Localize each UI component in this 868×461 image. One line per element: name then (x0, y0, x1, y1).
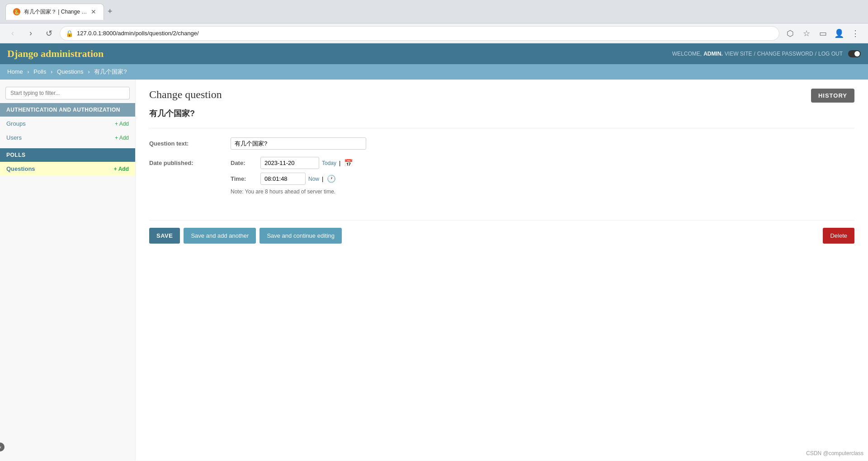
date-published-label: Date published: (149, 157, 231, 166)
date-published-field: Date: Today | 📅 Time: Now | 🕐 Note: You … (231, 157, 854, 195)
sidebar-item-users[interactable]: Users + Add (0, 131, 135, 145)
save-add-button[interactable]: Save and add another (184, 228, 256, 244)
new-tab-button[interactable]: + (104, 3, 116, 20)
breadcrumb-questions[interactable]: Questions (57, 68, 84, 75)
bookmark-button[interactable]: ☆ (799, 26, 814, 41)
admin-name: ADMIN. (703, 51, 723, 57)
forward-button[interactable]: › (24, 26, 38, 41)
sidebar-item-groups[interactable]: Groups + Add (0, 117, 135, 131)
auth-section-header: AUTHENTICATION AND AUTHORIZATION (0, 103, 135, 117)
sidebar: AUTHENTICATION AND AUTHORIZATION Groups … (0, 80, 136, 461)
theme-toggle[interactable] (848, 50, 861, 57)
tab-title: 有几个国家？ | Change questic... (24, 8, 87, 16)
welcome-text: WELCOME, (672, 51, 702, 57)
users-add-link[interactable]: + Add (115, 135, 129, 141)
toolbar-actions: ⬡ ☆ ▭ 👤 ⋮ (783, 26, 863, 41)
site-title: Django administration (7, 48, 104, 60)
back-button[interactable]: ‹ (5, 26, 20, 41)
save-continue-button[interactable]: Save and continue editing (259, 228, 342, 244)
logout-link[interactable]: LOG OUT (818, 51, 843, 57)
groups-add-link[interactable]: + Add (115, 121, 129, 127)
browser-toolbar: ‹ › ↺ 🔒 127.0.0.1:8000/admin/polls/quest… (0, 24, 868, 43)
main-content: HISTORY Change question 有几个国家? Question … (136, 80, 868, 461)
clock-icon-button[interactable]: 🕐 (326, 174, 337, 183)
question-text-label: Question text: (149, 137, 231, 147)
question-text-field (231, 137, 854, 150)
auth-section: AUTHENTICATION AND AUTHORIZATION Groups … (0, 103, 135, 145)
extensions-button[interactable]: ▭ (816, 26, 830, 41)
change-password-link[interactable]: CHANGE PASSWORD (757, 51, 813, 57)
tab-close-button[interactable]: ✕ (91, 8, 96, 15)
now-link[interactable]: Now (308, 176, 319, 182)
profile-button[interactable]: 👤 (832, 26, 846, 41)
address-text: 127.0.0.1:8000/admin/polls/question/2/ch… (77, 30, 199, 37)
polls-section-header: POLLS (0, 148, 135, 162)
form-section: Question text: Date published: Date: Tod… (149, 128, 854, 211)
view-site-link[interactable]: VIEW SITE (725, 51, 752, 57)
questions-add-link[interactable]: + Add (114, 166, 129, 172)
breadcrumb-home[interactable]: Home (7, 68, 23, 75)
reload-button[interactable]: ↺ (42, 26, 56, 41)
date-input[interactable] (260, 157, 319, 169)
watermark: CSDN @computerclass (806, 450, 863, 456)
django-admin-header: Django administration WELCOME, ADMIN. VI… (0, 43, 868, 64)
breadcrumb-polls[interactable]: Polls (33, 68, 46, 75)
cast-button[interactable]: ⬡ (783, 26, 797, 41)
browser-chrome: 🐍 有几个国家？ | Change questic... ✕ + (0, 0, 868, 24)
browser-tabs: 🐍 有几个国家？ | Change questic... ✕ + (5, 4, 116, 20)
delete-button[interactable]: Delete (823, 228, 854, 244)
users-label: Users (6, 134, 22, 141)
save-button[interactable]: SAVE (149, 228, 180, 244)
date-published-row: Date published: Date: Today | 📅 Time: No… (149, 157, 854, 195)
active-tab[interactable]: 🐍 有几个国家？ | Change questic... ✕ (5, 4, 104, 20)
questions-label: Questions (6, 165, 35, 172)
time-label: Time: (231, 175, 258, 182)
breadcrumb: Home › Polls › Questions › 有几个国家? (0, 64, 868, 80)
history-button[interactable]: HISTORY (811, 89, 854, 103)
time-note: Note: You are 8 hours ahead of server ti… (231, 188, 854, 195)
time-input[interactable] (260, 173, 306, 185)
page-title: Change question (149, 89, 854, 101)
calendar-icon-button[interactable]: 📅 (343, 159, 354, 167)
breadcrumb-current: 有几个国家? (94, 68, 127, 75)
tab-favicon: 🐍 (13, 8, 20, 15)
sidebar-item-questions[interactable]: Questions + Add (0, 162, 135, 176)
page-layout: AUTHENTICATION AND AUTHORIZATION Groups … (0, 80, 868, 461)
date-label: Date: (231, 160, 258, 166)
sidebar-filter-input[interactable] (5, 87, 130, 99)
time-row: Time: Now | 🕐 (231, 173, 854, 185)
header-links: WELCOME, ADMIN. VIEW SITE / CHANGE PASSW… (672, 50, 861, 57)
menu-button[interactable]: ⋮ (848, 26, 863, 41)
lock-icon: 🔒 (66, 30, 73, 37)
question-text-input[interactable] (231, 137, 366, 150)
theme-toggle-knob (854, 51, 860, 56)
address-bar[interactable]: 🔒 127.0.0.1:8000/admin/polls/question/2/… (60, 26, 779, 41)
submit-row: SAVE Save and add another Save and conti… (149, 220, 854, 244)
sidebar-collapse-button[interactable]: « (0, 442, 5, 452)
polls-section: POLLS Questions + Add (0, 148, 135, 176)
sidebar-filter-container (5, 87, 130, 99)
question-text-row: Question text: (149, 137, 854, 150)
object-title: 有几个国家? (149, 108, 854, 119)
today-link[interactable]: Today (322, 160, 336, 166)
date-row: Date: Today | 📅 (231, 157, 854, 169)
groups-label: Groups (6, 120, 26, 127)
